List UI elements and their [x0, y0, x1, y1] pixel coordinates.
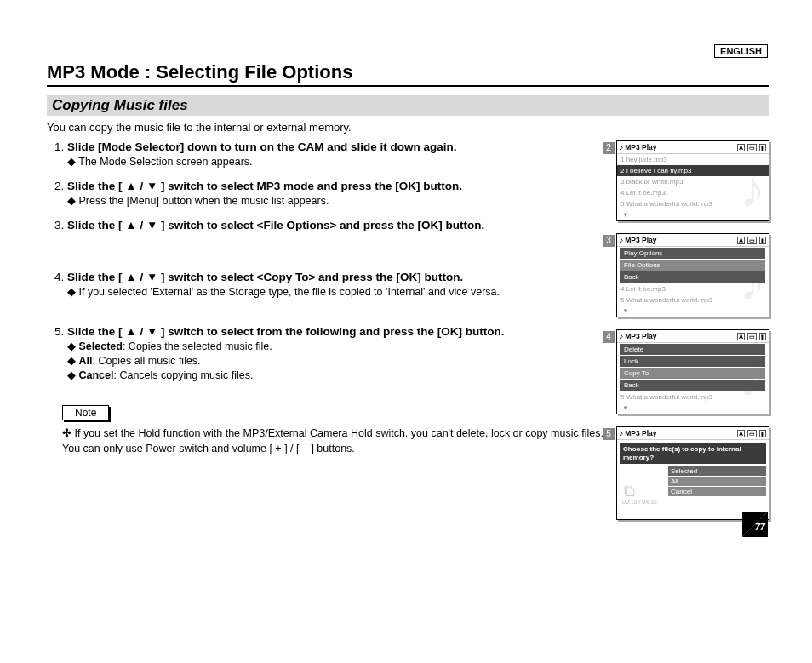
- page-number-badge: 77: [742, 512, 768, 537]
- intro-text: You can copy the music file to the inter…: [47, 121, 769, 134]
- page-number: 77: [755, 522, 765, 532]
- language-label: ENGLISH: [714, 44, 768, 58]
- step-badge-4: 4: [603, 331, 615, 343]
- step-5-opt2: ◆ All: Copies all music files.: [67, 354, 604, 367]
- mock-step-5: 5 MP3 Play A ▭ ▮ Choose the file(s) to c…: [616, 426, 769, 520]
- mock-step-2: 2 ♪ MP3 Play A ▭ ▮ 1 hey jude.mp3 2 I be…: [616, 140, 769, 221]
- step-badge-2: 2: [603, 142, 615, 154]
- list-item: 5 What a wonderful world.mp3: [617, 294, 769, 306]
- option-selected: Selected: [668, 466, 766, 476]
- step-2-title: Slide the [ ▲ / ▼ ] switch to select MP3…: [67, 180, 462, 192]
- step-2-title-a: Slide the [: [67, 180, 125, 192]
- step-4-sub: If you selected 'External' as the Storag…: [67, 285, 604, 298]
- step-4: Slide the [ ▲ / ▼ ] switch to select <Co…: [67, 271, 604, 298]
- scroll-down-icon: ▼: [617, 306, 769, 317]
- step-3: Slide the [ ▲ / ▼ ] switch to select <Fi…: [67, 219, 604, 231]
- note-text: If you set the Hold function with the MP…: [62, 426, 604, 456]
- menu-item-lock: Lock: [620, 356, 765, 367]
- mock-header: MP3 Play: [625, 236, 656, 244]
- step-5-title: Slide the [ ▲ / ▼ ] switch to select fro…: [67, 325, 505, 338]
- step-2: Slide the [ ▲ / ▼ ] switch to select MP3…: [67, 180, 604, 207]
- copy-prompt: Choose the file(s) to copy to internal m…: [620, 443, 766, 464]
- menu-item-delete: Delete: [620, 344, 765, 355]
- step-5-title-a: Slide the [: [67, 325, 125, 338]
- status-icon: A: [737, 333, 745, 340]
- battery-icon: ▮: [759, 144, 766, 151]
- battery-icon: ▮: [759, 333, 766, 340]
- card-icon: ▭: [747, 430, 757, 437]
- option-all: All: [668, 477, 766, 486]
- list-item: 5 What a wonderful world.mp3: [617, 392, 769, 403]
- screenshots-column: 2 ♪ MP3 Play A ▭ ▮ 1 hey jude.mp3 2 I be…: [616, 140, 769, 532]
- menu-item-copy-to: Copy To: [620, 368, 765, 379]
- menu-item-file-options: File Options: [620, 260, 765, 271]
- mock-step-4: 4 ♪ MP3 Play A ▭ ▮ Delete Lock Copy To B: [616, 329, 769, 414]
- menu-item-back: Back: [620, 271, 765, 283]
- step-2-title-b: ] switch to select MP3 mode and press th…: [157, 180, 462, 192]
- step-1-title: Slide [Mode Selector] down to turn on th…: [67, 140, 457, 153]
- mock-header: MP3 Play: [625, 332, 656, 340]
- mock-step-3: 3 ♪ MP3 Play A ▭ ▮ Play Options File Opt…: [616, 233, 769, 317]
- up-down-icon: ▲ / ▼: [125, 271, 157, 283]
- status-icon: A: [737, 237, 745, 244]
- step-4-title-b: ] switch to select <Copy To> and press t…: [157, 271, 463, 283]
- opt3-label: Cancel: [78, 369, 113, 381]
- opt2-desc: : Copies all music files.: [92, 355, 200, 367]
- list-item: 4 Let it be.mp3: [617, 187, 769, 198]
- step-badge-5: 5: [603, 428, 615, 440]
- opt1-desc: : Copies the selected music file.: [123, 340, 272, 352]
- note-label: Note: [62, 405, 109, 420]
- opt2-label: All: [78, 355, 92, 367]
- step-1-sub: The Mode Selection screen appears.: [67, 155, 604, 168]
- step-4-title: Slide the [ ▲ / ▼ ] switch to select <Co…: [67, 271, 463, 283]
- instructions-column: Slide [Mode Selector] down to turn on th…: [47, 140, 616, 532]
- list-item: 4 Let it be.mp3: [617, 283, 769, 294]
- playback-time: 00:15 / 04:32: [617, 499, 769, 507]
- battery-icon: ▮: [759, 430, 766, 437]
- status-icon: A: [737, 144, 745, 151]
- list-item: 3 black or white.mp3: [617, 176, 769, 187]
- step-5-opt3: ◆ Cancel: Cancels copying music files.: [67, 369, 604, 381]
- step-3-title-b: ] switch to select <File Options> and pr…: [157, 219, 484, 231]
- scroll-down-icon: ▼: [617, 209, 769, 220]
- section-header: Copying Music files: [47, 95, 769, 116]
- page-title: MP3 Mode : Selecting File Options: [47, 61, 769, 87]
- list-item-selected: 2 I believe I can fly.mp3: [617, 165, 769, 176]
- opt1-label: Selected: [78, 340, 122, 352]
- card-icon: ▭: [747, 144, 757, 151]
- step-5: Slide the [ ▲ / ▼ ] switch to select fro…: [67, 325, 604, 381]
- step-5-title-b: ] switch to select from the following an…: [157, 325, 504, 338]
- menu-item-back: Back: [620, 380, 765, 391]
- up-down-icon: ▲ / ▼: [125, 325, 157, 338]
- step-3-title: Slide the [ ▲ / ▼ ] switch to select <Fi…: [67, 219, 484, 231]
- menu-item-play-options: Play Options: [620, 248, 765, 259]
- card-icon: ▭: [747, 333, 757, 340]
- step-2-sub: Press the [Menu] button when the music l…: [67, 194, 604, 207]
- copy-icon: ⧉: [624, 483, 635, 500]
- step-3-title-a: Slide the [: [67, 219, 125, 231]
- up-down-icon: ▲ / ▼: [125, 180, 157, 192]
- list-item: 5 What a wonderful world.mp3: [617, 198, 769, 209]
- list-item: 1 hey jude.mp3: [617, 154, 769, 165]
- option-cancel: Cancel: [668, 487, 766, 496]
- step-1: Slide [Mode Selector] down to turn on th…: [67, 140, 604, 168]
- scroll-down-icon: ▼: [617, 403, 769, 414]
- status-icon: A: [737, 430, 745, 437]
- step-4-title-a: Slide the [: [67, 271, 125, 283]
- up-down-icon: ▲ / ▼: [125, 219, 157, 231]
- mock-header: MP3 Play: [625, 429, 656, 437]
- card-icon: ▭: [747, 237, 757, 244]
- opt3-desc: : Cancels copying music files.: [113, 369, 253, 381]
- step-badge-3: 3: [603, 235, 615, 247]
- battery-icon: ▮: [759, 237, 766, 244]
- step-5-opt1: ◆ Selected: Copies the selected music fi…: [67, 340, 604, 352]
- mock-header: MP3 Play: [625, 143, 656, 151]
